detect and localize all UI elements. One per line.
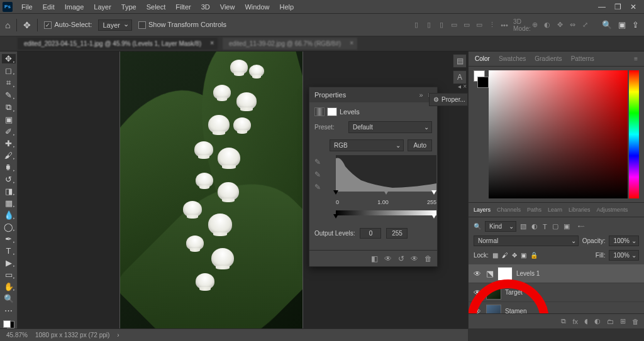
path-select-tool[interactable]: ▶▸ [2, 258, 16, 268]
dodge-tool[interactable]: ◯▸ [2, 222, 16, 232]
output-black-input[interactable]: 0 [360, 228, 381, 239]
preset-select[interactable]: Default [348, 121, 432, 133]
layer-fx-icon[interactable]: fx [572, 318, 578, 325]
edit-toolbar[interactable]: ⋯ [2, 306, 16, 315]
pen-tool[interactable]: ✒▸ [2, 234, 16, 244]
lock-position-icon[interactable]: ✥ [512, 252, 517, 259]
menu-help[interactable]: Help [275, 1, 299, 13]
delete-layer-icon[interactable]: 🗑 [632, 318, 639, 325]
layer-name[interactable]: Stamen [505, 308, 526, 313]
new-adj-icon[interactable]: ◐ [594, 317, 601, 325]
filter-type-icon[interactable]: T [543, 223, 547, 230]
gradient-tool[interactable]: ▦▸ [2, 198, 16, 208]
new-layer-icon[interactable]: ⊞ [620, 317, 626, 325]
3d-orbit-icon[interactable]: ⊕ [530, 21, 539, 30]
output-white-input[interactable]: 255 [386, 228, 408, 239]
tab-color[interactable]: Color [475, 55, 490, 62]
hand-tool[interactable]: ✋▸ [2, 282, 16, 291]
align-center-h-icon[interactable]: ▯ [425, 21, 433, 30]
blend-mode-select[interactable]: Normal [474, 235, 579, 246]
layer-row[interactable]: 👁 ⬔ Levels 1 [469, 264, 644, 283]
share-icon[interactable]: ⇪ [632, 20, 639, 30]
hue-slider[interactable] [629, 70, 639, 198]
tab-swatches[interactable]: Swatches [499, 55, 526, 62]
doc-info[interactable]: 1080 px x 1332 px (72 ppi) [35, 332, 109, 338]
menu-image[interactable]: Image [60, 1, 89, 13]
search-icon[interactable]: 🔍 [602, 20, 612, 30]
tab-paths[interactable]: Paths [527, 207, 541, 213]
fill-input[interactable]: 100% [609, 250, 639, 261]
close-tab-icon[interactable]: × [350, 40, 353, 46]
auto-button[interactable]: Auto [408, 139, 432, 151]
zoom-level[interactable]: 45.87% [6, 332, 28, 338]
tab-patterns[interactable]: Patterns [571, 55, 594, 62]
lock-artboard-icon[interactable]: ▣ [521, 252, 526, 259]
tab-learn[interactable]: Learn [548, 207, 562, 213]
input-black-value[interactable]: 0 [336, 199, 339, 205]
align-bottom-icon[interactable]: ▭ [475, 21, 484, 30]
healing-tool[interactable]: ✚▸ [2, 139, 16, 148]
properties-tab-collapsed[interactable]: ⚙ Proper... [429, 93, 468, 106]
eraser-tool[interactable]: ◨▸ [2, 187, 16, 196]
collapse-icon[interactable]: » [419, 91, 423, 99]
workspace-icon[interactable]: ▣ [618, 20, 626, 30]
input-white-value[interactable]: 255 [427, 199, 436, 205]
maximize-button[interactable]: ❐ [614, 3, 621, 11]
minimize-button[interactable]: — [598, 3, 606, 11]
menu-type[interactable]: Type [116, 1, 142, 13]
type-tool[interactable]: T▸ [2, 246, 16, 256]
mini-dock-collapse-icon[interactable]: ◂ × [458, 83, 467, 90]
black-eyedropper-icon[interactable]: ✎ [314, 158, 321, 166]
input-mid-value[interactable]: 1.00 [377, 199, 389, 205]
menu-file[interactable]: File [16, 1, 38, 13]
filter-smart-icon[interactable]: ▣ [564, 222, 570, 230]
properties-header[interactable]: Properties »≡ [309, 87, 437, 102]
view-previous-icon[interactable]: 👁 [384, 254, 392, 263]
layer-thumb[interactable] [486, 305, 501, 314]
document-tab-2[interactable]: edited_11-39-02.jpg @ 66.7% (RGB/8#)× [223, 38, 357, 50]
close-window-button[interactable]: ✕ [630, 3, 636, 11]
align-middle-icon[interactable]: ▭ [462, 21, 471, 30]
filter-adj-icon[interactable]: ◐ [531, 222, 538, 230]
channel-select[interactable]: RGB [330, 139, 404, 151]
3d-slide-icon[interactable]: ⇔ [568, 21, 577, 30]
color-swatches[interactable] [3, 320, 14, 328]
filter-toggle-icon[interactable]: ⬳ [577, 223, 584, 230]
layer-mask-thumb[interactable] [497, 267, 513, 281]
mask-icon[interactable] [327, 107, 337, 116]
panel-menu-icon[interactable]: ≡ [634, 55, 638, 62]
output-slider[interactable] [336, 215, 436, 222]
visibility-toggle[interactable]: 👁 [474, 269, 482, 278]
layer-thumb[interactable] [486, 286, 501, 300]
visibility-toggle[interactable]: 👁 [474, 307, 482, 314]
3d-pan-icon[interactable]: ✥ [555, 21, 564, 30]
3d-scale-icon[interactable]: ⤢ [580, 21, 589, 30]
filter-search-icon[interactable]: 🔍 [474, 223, 481, 230]
menu-view[interactable]: View [215, 1, 240, 13]
new-group-icon[interactable]: 🗀 [607, 318, 614, 325]
tab-channels[interactable]: Channels [497, 207, 521, 213]
doc-info-chevron-icon[interactable]: › [117, 332, 119, 338]
layer-name[interactable]: Levels 1 [516, 270, 540, 277]
color-swatch-fg-bg[interactable] [474, 70, 487, 198]
quick-select-tool[interactable]: ✎▸ [2, 90, 16, 100]
menu-window[interactable]: Window [240, 1, 274, 13]
move-tool[interactable]: ✥▸ [2, 54, 16, 63]
frame-tool[interactable]: ▣ [2, 115, 16, 124]
character-panel-icon[interactable]: A [453, 70, 467, 84]
tab-gradients[interactable]: Gradients [535, 55, 562, 62]
filter-shape-icon[interactable]: ▢ [552, 222, 558, 230]
document-tab-1[interactable]: edited_2023-04-15_11-1.jpg @ 45.9% (Leve… [18, 38, 218, 50]
visibility-toggle[interactable]: 👁 [474, 288, 482, 297]
link-layers-icon[interactable]: ⧉ [561, 317, 566, 325]
zoom-tool[interactable]: 🔍 [2, 294, 16, 303]
menu-3d[interactable]: 3D [196, 1, 215, 13]
opacity-input[interactable]: 100% [609, 235, 639, 246]
lasso-tool[interactable]: ⌗▸ [2, 78, 16, 88]
toggle-visibility-icon[interactable]: 👁 [411, 254, 418, 263]
layer-row[interactable]: 👁 Target [469, 283, 644, 302]
3d-roll-icon[interactable]: ◐ [543, 21, 552, 30]
tab-adjustments[interactable]: Adjustments [597, 207, 628, 213]
gray-eyedropper-icon[interactable]: ✎ [314, 170, 321, 179]
menu-filter[interactable]: Filter [170, 1, 196, 13]
